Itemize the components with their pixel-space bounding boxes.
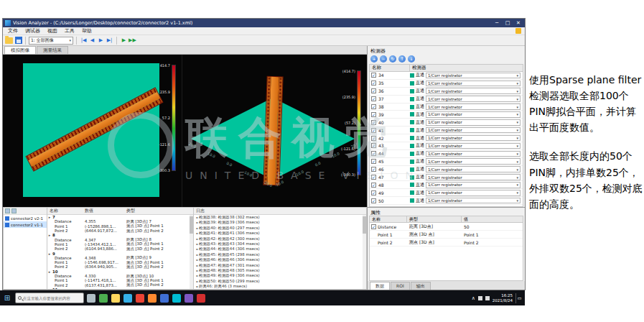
save-icon[interactable] (15, 37, 22, 44)
refresh-icon[interactable] (11, 208, 17, 213)
remove-detector-button[interactable]: − (380, 55, 387, 63)
tray-expand-icon[interactable]: ∧ (472, 295, 475, 301)
detector-row[interactable]: ✓44直通1/Corr registrator▾ (370, 150, 523, 158)
view-tab[interactable]: 测量结果 (37, 46, 68, 54)
wechat-icon[interactable] (99, 294, 108, 303)
taskbar-search-input[interactable] (23, 296, 81, 300)
detector-row[interactable]: ✓48直通1/Corr registrator▾ (370, 181, 523, 189)
column-header[interactable]: 名称 (370, 216, 407, 223)
run-button[interactable]: ▶ (120, 37, 128, 45)
property-row[interactable]: Point 2测点 [3D 点]Point 2 (370, 239, 523, 247)
measure-row[interactable]: Point 2(6364.940,905...测点 [3D 点] Point 2 (47, 264, 193, 269)
move-down-button[interactable]: ↓ (408, 55, 415, 63)
app-icon-teal[interactable] (172, 294, 181, 303)
column-header[interactable]: 值 (462, 216, 523, 223)
detector-dropdown[interactable]: 1/Corr registrator▾ (426, 104, 521, 110)
detector-row[interactable]: ✓36直通1/Corr registrator▾ (370, 88, 523, 96)
property-row[interactable]: ✓Distance距离 [3D点]50 (370, 223, 523, 231)
detector-dropdown[interactable]: 1/Corr registrator▾ (426, 119, 521, 126)
view-tab[interactable]: 模拟图像 (4, 46, 36, 54)
detector-row[interactable]: ✓49直通1/Corr registrator▾ (370, 189, 523, 197)
checkbox-checked-icon[interactable]: ✓ (371, 183, 376, 188)
menu-item[interactable]: 视图 (44, 27, 61, 34)
detector-row[interactable]: ✓34直通1/Corr registrator▾ (370, 72, 523, 80)
checkbox-checked-icon[interactable]: ✓ (371, 120, 376, 125)
chrome-icon[interactable] (136, 294, 144, 303)
edge-icon[interactable] (123, 294, 132, 303)
move-up-button[interactable]: ↑ (398, 55, 406, 63)
detector-row[interactable]: ✓38直通1/Corr registrator▾ (370, 104, 523, 111)
app-icon-orange[interactable] (148, 294, 157, 303)
detector-row[interactable]: ✓50直通1/Corr registrator▾ (370, 197, 523, 205)
checkbox-checked-icon[interactable]: ✓ (371, 224, 376, 229)
frame-nav-button[interactable]: ◀ (88, 37, 96, 45)
checkbox-checked-icon[interactable]: ✓ (371, 159, 376, 164)
detector-row[interactable]: ✓43直通1/Corr registrator▾ (370, 142, 523, 150)
titlebar[interactable]: Vision Analyzer - (C:/Users/Longer/Deskt… (3, 19, 525, 27)
new-item-icon[interactable] (5, 208, 10, 213)
checkbox-checked-icon[interactable]: ✓ (371, 190, 376, 196)
network-icon[interactable] (478, 296, 482, 300)
add-detector-button[interactable]: + (370, 55, 378, 63)
scrollbar[interactable] (190, 215, 193, 289)
app-icon-blue[interactable] (160, 294, 169, 303)
column-header[interactable]: 检测器 (410, 65, 523, 71)
scrollbar-thumb[interactable] (363, 216, 366, 234)
detector-dropdown[interactable]: 1/Corr registrator▾ (426, 96, 521, 102)
checkbox-checked-icon[interactable]: ✓ (371, 143, 376, 148)
measure-row[interactable]: Point 2(6137.431,873...测点 [3D 点] Point 2 (47, 282, 193, 287)
checkbox-checked-icon[interactable]: ✓ (371, 112, 376, 117)
detector-dropdown[interactable]: 1/Corr registrator▾ (426, 127, 521, 134)
task-view-icon[interactable] (87, 294, 95, 303)
app-icon-purple[interactable] (185, 294, 193, 303)
wrench-icon[interactable] (515, 28, 521, 34)
image-selector-dropdown[interactable]: 1: 全部图像 ▾ (29, 37, 73, 45)
detector-dropdown[interactable]: 1/Corr registrator▾ (426, 143, 521, 150)
bottom-tab[interactable]: 输出 (411, 282, 431, 290)
frame-nav-button[interactable]: ▶ (97, 37, 105, 45)
detector-dropdown[interactable]: 1/Corr registrator▾ (426, 190, 521, 196)
checkbox-checked-icon[interactable]: ✓ (371, 96, 376, 101)
detector-dropdown[interactable]: 1/Corr registrator▾ (426, 158, 521, 165)
checkbox-checked-icon[interactable]: ✓ (371, 73, 376, 78)
3d-view[interactable]: 20.010.00.0-10.0-20.0 -20.0-10.00.010.02… (182, 55, 367, 207)
checkbox-checked-icon[interactable]: ✓ (371, 136, 376, 141)
scrollbar[interactable] (363, 215, 366, 289)
checkbox-checked-icon[interactable]: ✓ (371, 88, 376, 93)
checkbox-checked-icon[interactable]: ✓ (371, 128, 376, 133)
detector-row[interactable]: ✓45直通1/Corr registrator▾ (370, 158, 523, 166)
detector-row[interactable]: ✓37直通1/Corr registrator▾ (370, 96, 523, 104)
bottom-tab[interactable]: ROI (391, 282, 410, 290)
notification-icon[interactable]: ▭ (515, 293, 523, 303)
measure-row[interactable]: Point 2(6104.943,886...测点 [3D 点] Point 2 (47, 247, 193, 251)
menu-item[interactable]: 调试器 (22, 27, 44, 34)
detector-row[interactable]: ✓46直通1/Corr registrator▾ (370, 166, 523, 174)
tree-item[interactable]: connector2 v1-1 (4, 221, 47, 228)
open-file-icon[interactable] (5, 37, 13, 44)
detector-dropdown[interactable]: 1/Corr registrator▾ (426, 88, 521, 94)
scrollbar-thumb[interactable] (190, 216, 193, 234)
column-header[interactable]: 名称 (370, 65, 410, 71)
taskbar-clock[interactable]: 16:25 2021/8/24 (493, 293, 513, 303)
menu-item[interactable]: 帮助 (78, 27, 95, 34)
volume-icon[interactable] (485, 296, 490, 300)
measure-row[interactable]: Point 2(6464.917,872...测点 [3D 点] Point 2 (47, 229, 193, 233)
detector-dropdown[interactable]: 1/Corr registrator▾ (426, 174, 521, 180)
detector-dropdown[interactable]: 1/Corr registrator▾ (426, 198, 521, 204)
refresh-detectors-button[interactable]: ↻ (389, 55, 396, 63)
checkbox-checked-icon[interactable]: ✓ (371, 175, 376, 180)
detector-dropdown[interactable]: 1/Corr registrator▾ (426, 166, 521, 172)
minimize-button[interactable]: ─ (493, 19, 501, 27)
menu-item[interactable]: 文件 (4, 27, 22, 34)
detector-dropdown[interactable]: 1/Corr registrator▾ (426, 182, 521, 188)
detector-dropdown[interactable]: 1/Corr registrator▾ (426, 73, 521, 79)
checkbox-checked-icon[interactable]: ✓ (371, 151, 376, 156)
column-header[interactable]: 数值 (85, 208, 126, 214)
detector-row[interactable]: ✓41直通1/Corr registrator▾ (370, 126, 523, 134)
detector-dropdown[interactable]: 1/Corr registrator▾ (426, 80, 521, 87)
detector-row[interactable]: ✓39直通1/Corr registrator▾ (370, 111, 523, 119)
checkbox-checked-icon[interactable]: ✓ (371, 80, 376, 86)
explorer-icon[interactable] (111, 294, 120, 303)
2d-scan-view[interactable]: 414.7235.957.2-121.6-300.3 (3, 55, 182, 207)
tree-item[interactable]: connector2 v2-1 (4, 215, 47, 221)
